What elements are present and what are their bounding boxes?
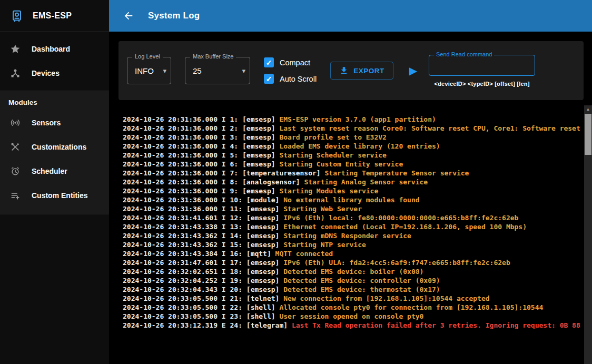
log-line-message: Detected EMS device: controller (0x09) (283, 277, 440, 284)
sidebar-item-custom-entities[interactable]: Custom Entities (0, 183, 109, 208)
log-line-prefix: 2024-10-26 20:31:36.000 I 9: [emsesp] (123, 187, 279, 195)
log-line-prefix: 2024-10-26 20:31:43.384 I 16: [mqtt] (123, 250, 275, 258)
log-line-message: Board profile set to E32V2 (279, 133, 387, 141)
emsesp-logo-icon (8, 7, 25, 24)
log-line-prefix: 2024-10-26 20:31:41.601 I 12: [emsesp] (123, 214, 283, 222)
log-line-prefix: 2024-10-26 20:31:36.000 I 2: [emsesp] (123, 124, 279, 132)
chevron-down-icon: ▾ (163, 67, 166, 75)
send-read-input[interactable] (429, 55, 535, 76)
tools-icon (9, 141, 21, 153)
log-line: 2024-10-26 20:32:02.651 I 18: [emsesp] D… (123, 267, 582, 276)
log-scrollbar[interactable]: ▲ (584, 105, 592, 364)
log-line-prefix: 2024-10-26 20:33:12.319 E 24: [telegram] (123, 321, 292, 329)
scroll-up-icon[interactable]: ▲ (584, 105, 592, 113)
log-line: 2024-10-26 20:33:12.319 E 24: [telegram]… (123, 321, 582, 330)
log-level-select[interactable]: Log Level INFO ▾ (127, 57, 171, 84)
log-line-message: No external library modules found (283, 196, 419, 204)
log-line-message: MQTT connected (275, 250, 333, 258)
log-line-prefix: 2024-10-26 20:31:36.000 I 7: [temperatur… (123, 169, 325, 177)
log-line-prefix: 2024-10-26 20:31:36.000 I 6: [emsesp] (123, 160, 279, 168)
log-viewport[interactable]: 2024-10-26 20:31:36.000 I 1: [emsesp] EM… (109, 105, 584, 364)
log-line-message: Last Tx Read operation failed after 3 re… (292, 321, 580, 329)
log-line-message: Starting Temperature Sensor service (325, 169, 469, 177)
auto-scroll-checkbox[interactable] (264, 74, 274, 84)
log-line: 2024-10-26 20:31:36.000 I 6: [emsesp] St… (123, 160, 582, 169)
log-line-prefix: 2024-10-26 20:31:43.362 I 15: [emsesp] (123, 241, 283, 249)
send-command-play-button[interactable]: ▶ (409, 65, 417, 76)
log-line-message: IPv6 (Eth) local: fe80:0000:0000:0000:e6… (283, 214, 518, 222)
download-icon (339, 66, 349, 75)
log-line-prefix: 2024-10-26 20:31:43.362 I 14: [emsesp] (123, 232, 283, 240)
log-line-prefix: 2024-10-26 20:33:05.500 I 23: [shell] (123, 312, 279, 320)
log-line-message: Starting NTP service (283, 241, 366, 249)
log-line: 2024-10-26 20:31:36.000 I 11: [emsesp] S… (123, 204, 582, 213)
sidebar-item-label: Scheduler (32, 167, 67, 175)
log-line-message: Ethernet connected (Local IP=192.168.1.2… (283, 223, 527, 231)
log-line: 2024-10-26 20:31:41.601 I 12: [emsesp] I… (123, 213, 582, 222)
playlist-add-icon (9, 190, 21, 201)
log-line-message: Detected EMS device: boiler (0x08) (283, 268, 423, 276)
sidebar-item-label: Sensors (32, 119, 61, 127)
log-controls-card: Log Level INFO ▾ Max Buffer Size 25 ▾ Co… (119, 41, 584, 100)
log-toggles: Compact Auto Scroll (264, 57, 317, 84)
max-buffer-size-select[interactable]: Max Buffer Size 25 ▾ (185, 57, 250, 84)
app-root: EMS-ESP Dashboard Devices (0, 0, 592, 364)
send-read-field-group: Send Read command <deviceID> <typeID> [o… (429, 55, 535, 87)
log-line: 2024-10-26 20:31:43.362 I 14: [emsesp] S… (123, 231, 582, 240)
chevron-down-icon: ▾ (242, 67, 245, 75)
scrollbar-thumb[interactable] (585, 114, 591, 155)
sidebar-item-label: Devices (32, 69, 60, 77)
auto-scroll-toggle[interactable]: Auto Scroll (264, 74, 317, 84)
log-line: 2024-10-26 20:31:43.362 I 15: [emsesp] S… (123, 240, 582, 249)
sidebar-item-customizations[interactable]: Customizations (0, 135, 109, 159)
auto-scroll-label: Auto Scroll (280, 75, 317, 83)
modules-section-header: Modules (0, 93, 109, 111)
compact-label: Compact (280, 58, 310, 67)
log-line-prefix: 2024-10-26 20:31:47.601 I 17: [emsesp] (123, 259, 283, 267)
log-line-message: New connection from [192.168.1.105]:1054… (283, 294, 489, 302)
sidebar-item-devices[interactable]: Devices (0, 61, 109, 85)
log-line: 2024-10-26 20:31:36.000 I 3: [emsesp] Bo… (123, 133, 582, 142)
log-line: 2024-10-26 20:31:36.000 I 7: [temperatur… (123, 169, 582, 178)
log-line-message: Last system reset reason Core0: Software… (279, 124, 584, 132)
log-line: 2024-10-26 20:31:36.000 I 5: [emsesp] St… (123, 151, 582, 160)
log-line-prefix: 2024-10-26 20:32:04.252 I 19: [emsesp] (123, 277, 283, 284)
log-line-prefix: 2024-10-26 20:33:05.500 I 22: [shell] (123, 303, 279, 311)
max-buffer-size-label: Max Buffer Size (190, 53, 236, 60)
log-line: 2024-10-26 20:31:36.000 I 9: [emsesp] St… (123, 186, 582, 195)
log-line: 2024-10-26 20:33:05.500 I 21: [telnet] N… (123, 294, 582, 303)
log-line-message: Loaded EMS device library (120 entries) (279, 142, 440, 150)
sidebar-item-dashboard[interactable]: Dashboard (0, 37, 109, 61)
export-button[interactable]: EXPORT (330, 62, 393, 80)
app-title: EMS-ESP (33, 11, 72, 21)
compact-toggle[interactable]: Compact (264, 57, 317, 67)
sidebar-item-scheduler[interactable]: Scheduler (0, 159, 109, 183)
log-line: 2024-10-26 20:31:43.338 I 13: [emsesp] E… (123, 222, 582, 231)
main-content: Log Level INFO ▾ Max Buffer Size 25 ▾ Co… (109, 32, 592, 364)
log-line-prefix: 2024-10-26 20:32:02.651 I 18: [emsesp] (123, 268, 283, 276)
log-line: 2024-10-26 20:31:43.384 I 16: [mqtt] MQT… (123, 249, 582, 258)
app-logo-row: EMS-ESP (0, 0, 109, 32)
clock-icon (9, 165, 21, 177)
log-line: 2024-10-26 20:31:36.000 I 4: [emsesp] Lo… (123, 142, 582, 151)
log-lines: 2024-10-26 20:31:36.000 I 1: [emsesp] EM… (123, 115, 582, 330)
sidebar-item-sensors[interactable]: Sensors (0, 111, 109, 135)
max-buffer-size-value: 25 (193, 66, 202, 75)
log-line: 2024-10-26 20:33:05.500 I 22: [shell] Al… (123, 303, 582, 312)
log-line-prefix: 2024-10-26 20:31:36.000 I 3: [emsesp] (123, 133, 279, 141)
modules-section: Modules Sensors (0, 91, 109, 214)
log-line-message: IPv6 (Eth) ULA: fda2:4cc5:6af9:f747:e665… (283, 259, 510, 267)
back-button[interactable] (122, 9, 135, 23)
log-line-message: Starting Scheduler service (279, 151, 387, 159)
log-line: 2024-10-26 20:32:04.343 I 20: [emsesp] D… (123, 285, 582, 294)
log-line-message: Starting Web Server (283, 205, 362, 213)
send-read-label: Send Read command (434, 51, 494, 57)
log-line-message: Detected EMS device: thermostat (0x17) (283, 286, 440, 293)
log-line-message: User session opened on console pty0 (279, 312, 423, 320)
sidebar-item-label: Custom Entities (32, 191, 88, 200)
log-line-prefix: 2024-10-26 20:32:04.343 I 20: [emsesp] (123, 286, 283, 293)
compact-checkbox[interactable] (264, 57, 274, 67)
log-line: 2024-10-26 20:31:36.000 I 2: [emsesp] La… (123, 124, 582, 133)
log-line: 2024-10-26 20:31:47.601 I 17: [emsesp] I… (123, 258, 582, 267)
log-line: 2024-10-26 20:31:36.000 I 8: [analogsens… (123, 178, 582, 186)
